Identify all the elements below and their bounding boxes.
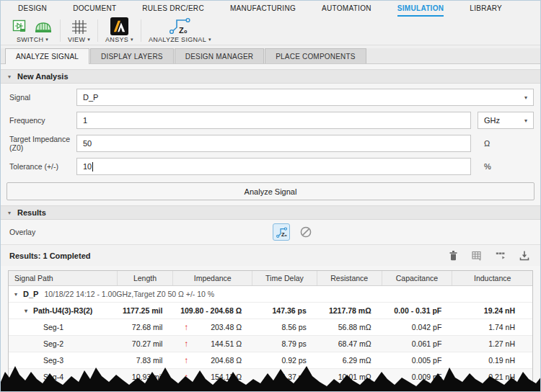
frequency-label: Frequency [9, 116, 76, 125]
table-row-seg-2[interactable]: Seg-2 70.27 mil ↑ 144.51 Ω 8.79 ps 68.47… [9, 336, 532, 352]
delete-results-button[interactable] [448, 250, 459, 262]
svg-text:Z₀: Z₀ [281, 231, 287, 238]
z0-impedance-icon: Z₀ [165, 17, 194, 35]
path-impedance: 109.80 - 204.68 Ω [172, 306, 252, 315]
chevron-down-icon: ▾ [524, 117, 527, 124]
torn-edge [1, 360, 541, 392]
overlay-none-toggle[interactable] [297, 223, 315, 241]
segment-time-delay: 8.79 ps [252, 339, 317, 348]
percent-unit-label: % [478, 162, 491, 171]
column-header-length[interactable]: Length [117, 271, 173, 285]
target-impedance-row: Target Impedance (Z0) 50 Ω [1, 134, 540, 153]
panel-tab-strip: ANALYZE SIGNAL DISPLAY LAYERS DESIGN MAN… [1, 48, 540, 64]
table-view-button[interactable] [471, 250, 483, 262]
switch-button[interactable]: SWITCH ▾ [5, 17, 60, 45]
column-header-inductance[interactable]: Inductance [452, 271, 532, 285]
tab-design-manager[interactable]: DESIGN MANAGER [175, 48, 264, 63]
expand-triangle-icon[interactable]: ▾ [25, 308, 27, 314]
ribbon-tab-library[interactable]: LIBRARY [470, 1, 502, 17]
view-button[interactable]: VIEW ▾ [61, 17, 97, 45]
chevron-down-icon: ▾ [87, 37, 90, 43]
segment-name: Seg-2 [9, 339, 117, 348]
ansys-button[interactable]: ANSYS ▾ [98, 17, 141, 45]
switch-label: SWITCH [17, 36, 43, 43]
frequency-input[interactable]: 1 [76, 112, 471, 129]
chevron-down-icon: ▾ [45, 37, 48, 43]
tab-display-layers[interactable]: DISPLAY LAYERS [90, 48, 174, 63]
view-label: VIEW [68, 36, 85, 43]
analyze-signal-button-ribbon[interactable]: Z₀ ANALYZE SIGNAL ▾ [141, 17, 219, 45]
overlay-impedance-toggle[interactable]: Z₀ [273, 223, 290, 241]
z0-overlay-icon: Z₀ [276, 226, 288, 239]
table-row-signal-group[interactable]: ▾ D_P 10/18/22 14:12 - 1.00GHz,Target Z0… [9, 286, 532, 303]
segment-resistance: 56.88 mΩ [317, 323, 382, 331]
chevron-down-icon: ▾ [524, 94, 527, 101]
impedance-high-arrow-icon: ↑ [184, 339, 188, 348]
ohm-unit-label: Ω [478, 139, 490, 148]
text-cursor [92, 162, 93, 172]
svg-text:Z₀: Z₀ [179, 26, 188, 35]
ribbon-tab-document[interactable]: DOCUMENT [73, 1, 116, 17]
table-row-path[interactable]: ▾ Path-U4(3)-R3(2) 1177.25 mil 109.80 - … [9, 303, 532, 319]
frequency-unit-select[interactable]: GHz ▾ [478, 112, 534, 129]
schematic-icon [12, 19, 29, 35]
section-title: Results [17, 208, 46, 217]
results-section-header[interactable]: ▾ Results [1, 205, 540, 220]
analyze-signal-button[interactable]: Analyze Signal [6, 182, 535, 200]
segment-resistance: 68.47 mΩ [317, 339, 382, 348]
signal-row: Signal D_P ▾ [1, 88, 540, 107]
tolerance-input[interactable]: 10 [76, 158, 471, 175]
path-name: Path-U4(3)-R3(2) [33, 306, 92, 315]
tab-place-components[interactable]: PLACE COMPONENTS [265, 48, 366, 63]
ribbon-tab-bar: DESIGN DOCUMENT RULES DRC/ERC MANUFACTUR… [1, 1, 540, 17]
rows-expand-icon [495, 250, 506, 262]
prohibition-icon [299, 226, 312, 239]
target-impedance-input[interactable]: 50 [76, 135, 471, 152]
collapse-rows-button[interactable] [495, 250, 506, 262]
ribbon-tab-rules-drc-erc[interactable]: RULES DRC/ERC [142, 1, 204, 17]
path-time-delay: 147.36 ps [252, 306, 317, 315]
export-results-button[interactable] [519, 250, 530, 262]
target-impedance-value: 50 [83, 139, 92, 148]
segment-name: Seg-1 [9, 323, 117, 331]
results-status-row: Results: 1 Completed [1, 244, 540, 266]
impedance-high-arrow-icon: ↑ [184, 323, 188, 331]
signal-select[interactable]: D_P ▾ [76, 89, 534, 106]
new-analysis-section-header[interactable]: ▾ New Analysis [1, 69, 540, 84]
expand-triangle-icon[interactable]: ▾ [14, 291, 17, 298]
segment-inductance: 1.74 nH [452, 323, 532, 331]
path-resistance: 1217.78 mΩ [317, 306, 382, 315]
ansys-logo-icon [110, 17, 128, 35]
grid-view-icon [71, 19, 88, 35]
ribbon-tab-automation[interactable]: AUTOMATION [322, 1, 371, 17]
ribbon-tab-manufacturing[interactable]: MANUFACTURING [230, 1, 296, 17]
segment-time-delay: 8.56 ps [252, 323, 317, 331]
segment-inductance: 1.27 nH [452, 339, 532, 348]
tolerance-row: Tolerance (+/-) 10 % [1, 157, 540, 176]
tolerance-value: 10 [83, 162, 92, 171]
collapse-triangle-icon: ▾ [8, 74, 11, 80]
frequency-unit-value: GHz [484, 116, 500, 125]
tab-analyze-signal[interactable]: ANALYZE SIGNAL [5, 48, 89, 64]
table-grid-icon [471, 250, 483, 262]
segment-length: 70.27 mil [117, 339, 173, 348]
analyze-signal-window: DESIGN DOCUMENT RULES DRC/ERC MANUFACTUR… [0, 0, 541, 392]
column-header-signal-path[interactable]: Signal Path [9, 271, 117, 285]
table-header-row: Signal Path Length Impedance Time Delay … [9, 271, 532, 286]
column-header-impedance[interactable]: Impedance [172, 271, 252, 285]
section-title: New Analysis [17, 72, 69, 81]
collapse-triangle-icon: ▾ [8, 210, 11, 216]
table-row-seg-1[interactable]: Seg-1 72.68 mil ↑ 203.48 Ω 8.56 ps 56.88… [9, 319, 532, 336]
ribbon-tab-simulation[interactable]: SIMULATION [397, 1, 444, 17]
frequency-row: Frequency 1 GHz ▾ [1, 111, 540, 130]
ribbon-tab-design[interactable]: DESIGN [18, 1, 47, 17]
column-header-resistance[interactable]: Resistance [317, 271, 382, 285]
chevron-down-icon: ▾ [208, 37, 211, 43]
column-header-time-delay[interactable]: Time Delay [252, 271, 317, 285]
simulation-toolbar: SWITCH ▾ VIEW ▾ [1, 17, 540, 45]
signal-group-meta: 10/18/22 14:12 - 1.00GHz,Target Z0 50 Ω … [44, 290, 214, 298]
column-header-capacitance[interactable]: Capacitance [382, 271, 452, 285]
analyze-signal-label: ANALYZE SIGNAL [149, 36, 206, 43]
frequency-value: 1 [83, 116, 87, 125]
ansys-label: ANSYS [105, 36, 128, 43]
